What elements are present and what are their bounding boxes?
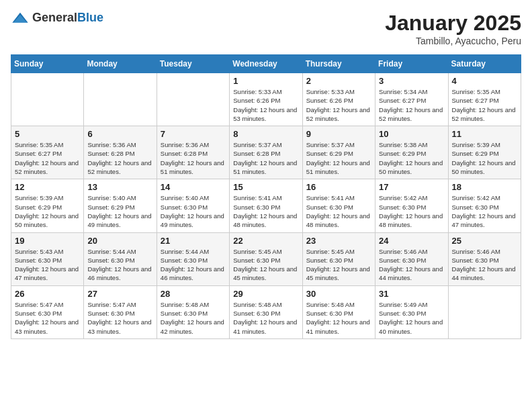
day-info: Sunrise: 5:47 AM Sunset: 6:30 PM Dayligh… [87, 300, 152, 336]
day-number: 9 [306, 129, 371, 139]
day-info: Sunrise: 5:39 AM Sunset: 6:29 PM Dayligh… [452, 140, 517, 176]
calendar-table: Sunday Monday Tuesday Wednesday Thursday… [11, 54, 521, 339]
header-tuesday: Tuesday [157, 55, 229, 73]
logo: GeneralBlue [11, 11, 103, 25]
cell-week4-day6: 25Sunrise: 5:46 AM Sunset: 6:30 PM Dayli… [448, 232, 521, 285]
day-number: 6 [87, 129, 152, 139]
cell-week2-day3: 8Sunrise: 5:37 AM Sunset: 6:28 PM Daylig… [230, 126, 302, 179]
day-info: Sunrise: 5:39 AM Sunset: 6:29 PM Dayligh… [15, 193, 80, 229]
cell-week3-day0: 12Sunrise: 5:39 AM Sunset: 6:29 PM Dayli… [11, 179, 84, 232]
cell-week3-day1: 13Sunrise: 5:40 AM Sunset: 6:29 PM Dayli… [84, 179, 157, 232]
day-info: Sunrise: 5:48 AM Sunset: 6:30 PM Dayligh… [306, 300, 371, 336]
day-number: 11 [452, 129, 517, 139]
week-row-5: 26Sunrise: 5:47 AM Sunset: 6:30 PM Dayli… [11, 285, 521, 338]
day-number: 13 [87, 182, 152, 192]
cell-week3-day3: 15Sunrise: 5:41 AM Sunset: 6:30 PM Dayli… [230, 179, 302, 232]
day-number: 16 [306, 182, 371, 192]
day-info: Sunrise: 5:36 AM Sunset: 6:28 PM Dayligh… [87, 140, 152, 176]
cell-week4-day0: 19Sunrise: 5:43 AM Sunset: 6:30 PM Dayli… [11, 232, 84, 285]
header-wednesday: Wednesday [230, 55, 302, 73]
day-number: 15 [233, 182, 298, 192]
cell-week2-day4: 9Sunrise: 5:37 AM Sunset: 6:29 PM Daylig… [302, 126, 375, 179]
day-info: Sunrise: 5:46 AM Sunset: 6:30 PM Dayligh… [379, 247, 444, 283]
header-sunday: Sunday [11, 55, 84, 73]
cell-week2-day1: 6Sunrise: 5:36 AM Sunset: 6:28 PM Daylig… [84, 126, 157, 179]
day-number: 20 [87, 236, 152, 246]
page-header: GeneralBlue January 2025 Tambillo, Ayacu… [11, 11, 521, 46]
day-info: Sunrise: 5:37 AM Sunset: 6:28 PM Dayligh… [233, 140, 298, 176]
day-number: 1 [233, 76, 298, 86]
day-info: Sunrise: 5:43 AM Sunset: 6:30 PM Dayligh… [15, 247, 80, 283]
day-info: Sunrise: 5:33 AM Sunset: 6:26 PM Dayligh… [306, 87, 371, 123]
cell-week3-day2: 14Sunrise: 5:40 AM Sunset: 6:30 PM Dayli… [157, 179, 229, 232]
day-info: Sunrise: 5:49 AM Sunset: 6:30 PM Dayligh… [379, 300, 444, 336]
cell-week4-day2: 21Sunrise: 5:44 AM Sunset: 6:30 PM Dayli… [157, 232, 229, 285]
day-info: Sunrise: 5:35 AM Sunset: 6:27 PM Dayligh… [15, 140, 80, 176]
cell-week5-day0: 26Sunrise: 5:47 AM Sunset: 6:30 PM Dayli… [11, 285, 84, 338]
day-number: 24 [379, 236, 444, 246]
day-info: Sunrise: 5:45 AM Sunset: 6:30 PM Dayligh… [306, 247, 371, 283]
cell-week2-day0: 5Sunrise: 5:35 AM Sunset: 6:27 PM Daylig… [11, 126, 84, 179]
header-friday: Friday [375, 55, 448, 73]
weekday-header-row: Sunday Monday Tuesday Wednesday Thursday… [11, 55, 521, 73]
day-number: 3 [379, 76, 444, 86]
day-info: Sunrise: 5:48 AM Sunset: 6:30 PM Dayligh… [233, 300, 298, 336]
cell-week1-day2 [157, 73, 229, 126]
header-thursday: Thursday [302, 55, 375, 73]
day-number: 19 [15, 236, 80, 246]
cell-week1-day6: 4Sunrise: 5:35 AM Sunset: 6:27 PM Daylig… [448, 73, 521, 126]
day-number: 30 [306, 289, 371, 299]
day-number: 25 [452, 236, 517, 246]
day-info: Sunrise: 5:40 AM Sunset: 6:29 PM Dayligh… [87, 193, 152, 229]
day-number: 18 [452, 182, 517, 192]
day-number: 4 [452, 76, 517, 86]
cell-week5-day3: 29Sunrise: 5:48 AM Sunset: 6:30 PM Dayli… [230, 285, 302, 338]
day-info: Sunrise: 5:47 AM Sunset: 6:30 PM Dayligh… [15, 300, 80, 336]
day-info: Sunrise: 5:36 AM Sunset: 6:28 PM Dayligh… [161, 140, 226, 176]
day-info: Sunrise: 5:46 AM Sunset: 6:30 PM Dayligh… [452, 247, 517, 283]
day-info: Sunrise: 5:37 AM Sunset: 6:29 PM Dayligh… [306, 140, 371, 176]
day-info: Sunrise: 5:38 AM Sunset: 6:29 PM Dayligh… [379, 140, 444, 176]
day-number: 28 [161, 289, 226, 299]
day-number: 2 [306, 76, 371, 86]
day-number: 26 [15, 289, 80, 299]
logo-general: General [32, 11, 77, 24]
cell-week5-day2: 28Sunrise: 5:48 AM Sunset: 6:30 PM Dayli… [157, 285, 229, 338]
logo-blue: Blue [77, 11, 103, 24]
header-monday: Monday [84, 55, 157, 73]
day-info: Sunrise: 5:40 AM Sunset: 6:30 PM Dayligh… [161, 193, 226, 229]
header-saturday: Saturday [448, 55, 521, 73]
cell-week4-day4: 23Sunrise: 5:45 AM Sunset: 6:30 PM Dayli… [302, 232, 375, 285]
cell-week3-day4: 16Sunrise: 5:41 AM Sunset: 6:30 PM Dayli… [302, 179, 375, 232]
cell-week1-day1 [84, 73, 157, 126]
day-info: Sunrise: 5:48 AM Sunset: 6:30 PM Dayligh… [161, 300, 226, 336]
cell-week1-day4: 2Sunrise: 5:33 AM Sunset: 6:26 PM Daylig… [302, 73, 375, 126]
cell-week4-day1: 20Sunrise: 5:44 AM Sunset: 6:30 PM Dayli… [84, 232, 157, 285]
month-title: January 2025 [385, 11, 521, 36]
cell-week2-day6: 11Sunrise: 5:39 AM Sunset: 6:29 PM Dayli… [448, 126, 521, 179]
week-row-3: 12Sunrise: 5:39 AM Sunset: 6:29 PM Dayli… [11, 179, 521, 232]
logo-text: GeneralBlue [32, 11, 103, 25]
day-info: Sunrise: 5:41 AM Sunset: 6:30 PM Dayligh… [233, 193, 298, 229]
day-number: 12 [15, 182, 80, 192]
day-info: Sunrise: 5:34 AM Sunset: 6:27 PM Dayligh… [379, 87, 444, 123]
cell-week5-day5: 31Sunrise: 5:49 AM Sunset: 6:30 PM Dayli… [375, 285, 448, 338]
cell-week1-day0 [11, 73, 84, 126]
cell-week3-day5: 17Sunrise: 5:42 AM Sunset: 6:30 PM Dayli… [375, 179, 448, 232]
cell-week4-day5: 24Sunrise: 5:46 AM Sunset: 6:30 PM Dayli… [375, 232, 448, 285]
cell-week2-day5: 10Sunrise: 5:38 AM Sunset: 6:29 PM Dayli… [375, 126, 448, 179]
day-number: 22 [233, 236, 298, 246]
cell-week4-day3: 22Sunrise: 5:45 AM Sunset: 6:30 PM Dayli… [230, 232, 302, 285]
location-title: Tambillo, Ayacucho, Peru [385, 36, 521, 46]
day-number: 7 [161, 129, 226, 139]
cell-week5-day1: 27Sunrise: 5:47 AM Sunset: 6:30 PM Dayli… [84, 285, 157, 338]
week-row-4: 19Sunrise: 5:43 AM Sunset: 6:30 PM Dayli… [11, 232, 521, 285]
cell-week3-day6: 18Sunrise: 5:42 AM Sunset: 6:30 PM Dayli… [448, 179, 521, 232]
title-block: January 2025 Tambillo, Ayacucho, Peru [385, 11, 521, 46]
day-info: Sunrise: 5:42 AM Sunset: 6:30 PM Dayligh… [379, 193, 444, 229]
day-info: Sunrise: 5:42 AM Sunset: 6:30 PM Dayligh… [452, 193, 517, 229]
day-number: 27 [87, 289, 152, 299]
day-info: Sunrise: 5:45 AM Sunset: 6:30 PM Dayligh… [233, 247, 298, 283]
day-info: Sunrise: 5:44 AM Sunset: 6:30 PM Dayligh… [87, 247, 152, 283]
cell-week2-day2: 7Sunrise: 5:36 AM Sunset: 6:28 PM Daylig… [157, 126, 229, 179]
